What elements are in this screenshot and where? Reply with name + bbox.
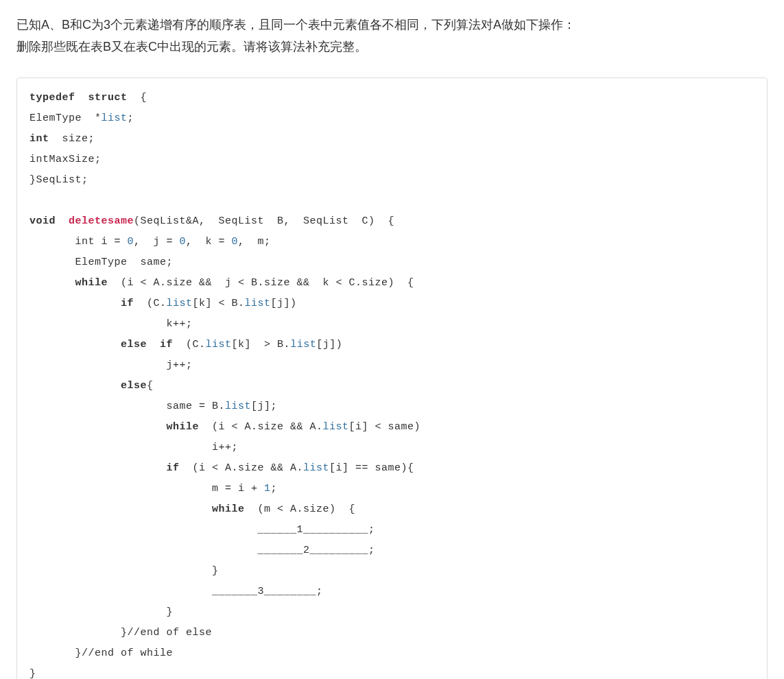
fn-deletesame: deletesame (69, 215, 134, 227)
kw-void: void (29, 215, 56, 227)
id-list-3: list (206, 339, 232, 350)
id-list-7: list (303, 462, 329, 474)
num-1a: 1 (264, 483, 271, 495)
id-list-1: list (167, 298, 193, 309)
kw-else-2: else (121, 380, 147, 392)
id-size: size (62, 133, 88, 145)
num-0c: 0 (232, 236, 239, 248)
num-0a: 0 (128, 236, 134, 248)
comment-else: //end of else (128, 627, 213, 639)
id-intmaxsize: intMaxSize (29, 154, 95, 165)
blank-2: _______2_________ (258, 545, 369, 556)
id-list-6: list (323, 421, 349, 433)
kw-struct: struct (88, 92, 128, 104)
num-0b: 0 (180, 236, 187, 248)
kw-while-3: while (212, 503, 245, 515)
blank-1: ______1__________ (258, 524, 369, 536)
question-line2: 删除那些既在表B又在表C中出现的元素。请将该算法补充完整。 (16, 40, 367, 53)
kw-typedef: typedef (29, 92, 75, 104)
id-list-5: list (225, 401, 251, 412)
code-block: typedef struct { ElemType *list; int siz… (16, 78, 768, 679)
question-line1: 已知A、B和C为3个元素递增有序的顺序表，且同一个表中元素值各不相同，下列算法对… (16, 18, 575, 32)
id-seqlist: SeqList (36, 174, 82, 186)
kw-if-1: if (121, 298, 134, 309)
id-list: list (102, 112, 128, 124)
kw-while-1: while (75, 277, 108, 289)
kw-else-1: else (121, 339, 147, 350)
comment-while: //end of while (82, 647, 173, 659)
id-list-2: list (245, 298, 271, 309)
id-list-4: list (290, 339, 316, 350)
kw-if-2: if (160, 339, 173, 350)
kw-while-2: while (167, 421, 200, 433)
kw-if-3: if (167, 462, 180, 474)
id-elemtype: ElemType (29, 112, 82, 124)
blank-3: _______3________ (212, 586, 316, 597)
kw-int: int (29, 133, 49, 145)
question-text: 已知A、B和C为3个元素递增有序的顺序表，且同一个表中元素值各不相同，下列算法对… (16, 14, 768, 58)
